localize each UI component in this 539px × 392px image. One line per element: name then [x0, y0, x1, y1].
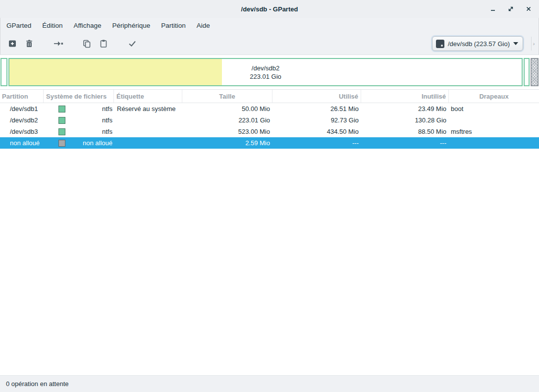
cell-unused: 88.50 Mio	[361, 126, 449, 137]
column-header-filesystem[interactable]: Système de fichiers	[44, 90, 114, 103]
pending-operations-text: 0 opération en attente	[6, 380, 69, 388]
filesystem-color-swatch	[58, 117, 65, 124]
cell-filesystem: ntfs	[44, 126, 114, 137]
gparted-window: /dev/sdb - GParted GParted Édition Affic…	[0, 0, 539, 392]
column-header-unused[interactable]: Inutilisé	[361, 90, 449, 103]
cell-used: 26.51 Mio	[272, 103, 361, 114]
column-header-label[interactable]: Étiquette	[114, 90, 182, 103]
cell-flags: boot	[449, 103, 539, 114]
paste-icon	[99, 39, 108, 49]
paste-button[interactable]	[95, 36, 112, 52]
filesystem-color-swatch	[58, 140, 65, 147]
menu-help[interactable]: Aide	[191, 20, 216, 31]
new-partition-icon	[7, 39, 17, 49]
segment-label: /dev/sdb2	[252, 64, 279, 72]
cell-flags	[449, 137, 539, 149]
copy-button[interactable]	[78, 36, 95, 52]
cell-size: 523.00 Mio	[182, 126, 272, 137]
hard-drive-icon	[436, 40, 444, 48]
table-row-sdb2[interactable]: /dev/sdb2 ntfs 223.01 Gio 92.73 Gio 130.…	[0, 114, 539, 126]
menu-view[interactable]: Affichage	[68, 20, 107, 31]
partition-table: /dev/sdb1 ntfs Réservé au système 50.00 …	[0, 103, 539, 375]
menu-gparted[interactable]: GParted	[1, 20, 37, 31]
cell-used: 434.50 Mio	[272, 126, 361, 137]
cell-filesystem: ntfs	[44, 114, 114, 126]
cell-unused: 23.49 Mio	[361, 103, 449, 114]
chevron-down-icon	[513, 42, 518, 45]
filesystem-name: ntfs	[68, 116, 112, 124]
disk-segment-unallocated[interactable]	[531, 58, 539, 86]
window-controls	[486, 0, 535, 18]
cell-filesystem: non alloué	[44, 137, 114, 149]
trash-icon	[24, 39, 34, 49]
cell-partition: non alloué	[0, 137, 44, 149]
cell-label: Réservé au système	[114, 103, 182, 114]
cell-size: 223.01 Gio	[182, 114, 272, 126]
device-selector[interactable]: /dev/sdb (223.57 Gio)	[432, 36, 523, 51]
table-row-unallocated[interactable]: non alloué non alloué 2.59 Mio --- ---	[0, 137, 539, 149]
copy-icon	[82, 39, 92, 49]
table-row-sdb3[interactable]: /dev/sdb3 ntfs 523.00 Mio 434.50 Mio 88.…	[0, 126, 539, 137]
cell-partition: /dev/sdb1	[0, 103, 44, 114]
segment-size: 223.01 Gio	[250, 72, 281, 81]
device-selector-value: /dev/sdb (223.57 Gio)	[448, 40, 510, 48]
resize-move-icon	[53, 39, 63, 49]
resize-move-button[interactable]	[50, 36, 66, 52]
column-header-flags[interactable]: Drapeaux	[449, 90, 539, 103]
filesystem-name: non alloué	[68, 139, 112, 147]
cell-flags	[449, 114, 539, 126]
filesystem-name: ntfs	[68, 128, 112, 135]
menu-partition[interactable]: Partition	[156, 20, 191, 31]
filesystem-color-swatch	[58, 106, 65, 112]
column-header-used[interactable]: Utilisé	[272, 90, 361, 103]
filesystem-color-swatch	[58, 128, 65, 135]
cell-label	[114, 137, 182, 149]
cell-size: 50.00 Mio	[182, 103, 272, 114]
close-button[interactable]	[522, 2, 535, 15]
cell-label	[114, 114, 182, 126]
cell-partition: /dev/sdb3	[0, 126, 44, 137]
cell-filesystem: ntfs	[44, 103, 114, 114]
menu-device[interactable]: Périphérique	[107, 20, 156, 31]
column-header-size[interactable]: Taille	[182, 90, 272, 103]
table-row-sdb1[interactable]: /dev/sdb1 ntfs Réservé au système 50.00 …	[0, 103, 539, 114]
used-space-fill	[9, 59, 222, 85]
menu-edit[interactable]: Édition	[37, 20, 68, 31]
cell-partition: /dev/sdb2	[0, 114, 44, 126]
checkmark-icon	[127, 39, 137, 49]
cell-size: 2.59 Mio	[182, 137, 272, 149]
cell-unused: ---	[361, 137, 449, 149]
disk-visual-canvas: /dev/sdb2 223.01 Gio	[0, 55, 539, 90]
delete-partition-button[interactable]	[21, 36, 38, 52]
minimize-button[interactable]	[486, 2, 499, 15]
disk-segment-sdb1[interactable]	[0, 58, 7, 86]
toolbar-overflow-handle[interactable]: ›	[531, 37, 536, 51]
window-title: /dev/sdb - GParted	[241, 5, 298, 13]
statusbar: 0 opération en attente	[0, 375, 539, 392]
disk-segment-sdb2[interactable]: /dev/sdb2 223.01 Gio	[8, 58, 523, 86]
cell-used: ---	[272, 137, 361, 149]
titlebar: /dev/sdb - GParted	[0, 0, 539, 18]
cell-flags: msftres	[449, 126, 539, 137]
disk-segment-sdb3[interactable]	[524, 58, 530, 86]
new-partition-button[interactable]	[4, 36, 21, 52]
cell-unused: 130.28 Gio	[361, 114, 449, 126]
toolbar: /dev/sdb (223.57 Gio) ›	[0, 33, 539, 55]
menubar: GParted Édition Affichage Périphérique P…	[0, 18, 539, 33]
partition-table-header: Partition Système de fichiers Étiquette …	[0, 90, 539, 103]
column-header-partition[interactable]: Partition	[0, 90, 44, 103]
cell-label	[114, 126, 182, 137]
maximize-button[interactable]	[504, 2, 517, 15]
filesystem-name: ntfs	[68, 105, 112, 112]
cell-used: 92.73 Gio	[272, 114, 361, 126]
apply-operations-button[interactable]	[124, 36, 141, 52]
